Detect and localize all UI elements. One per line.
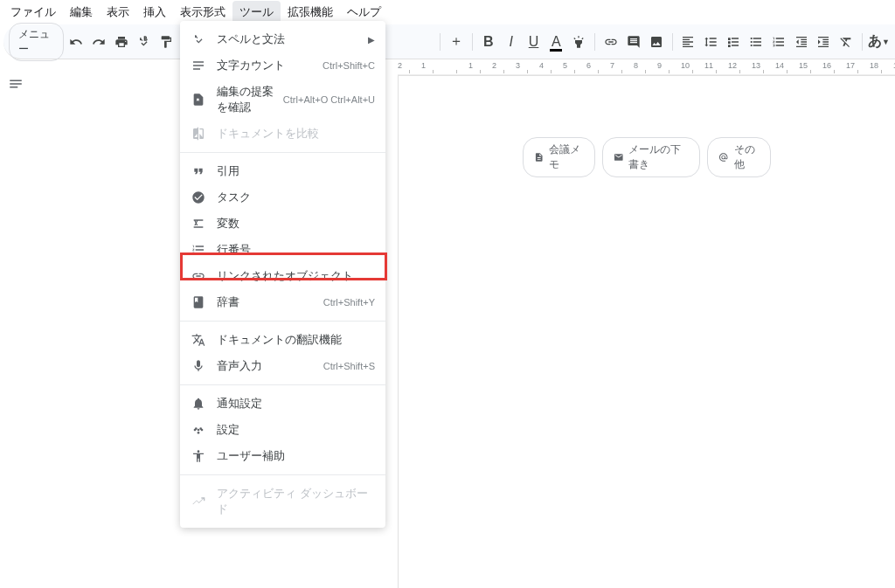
menu-view[interactable]: 表示 bbox=[100, 1, 136, 24]
tools-item-linenum[interactable]: 行番号 bbox=[180, 237, 385, 263]
menubar: ファイル 編集 表示 挿入 表示形式 ツール 拡張機能 ヘルプ bbox=[0, 0, 895, 24]
wordcount-icon bbox=[191, 58, 206, 73]
toolbar: メニュー 100% ＋ B I U A あ▼ bbox=[3, 24, 895, 59]
menu-item-label: 変数 bbox=[217, 216, 375, 232]
ruler-number: 8 bbox=[634, 61, 638, 70]
undo-button[interactable] bbox=[66, 30, 87, 54]
indent-decrease-button[interactable] bbox=[791, 30, 812, 54]
svg-point-0 bbox=[195, 427, 198, 430]
ruler-number: 18 bbox=[870, 61, 878, 70]
menu-item-label: リンクされたオブジェクト bbox=[217, 268, 375, 284]
settings-icon bbox=[191, 422, 206, 438]
bullet-list-button[interactable] bbox=[746, 30, 767, 54]
text-color-button[interactable]: A bbox=[545, 30, 566, 54]
tools-item-review[interactable]: 編集の提案を確認Ctrl+Alt+O Ctrl+Alt+U bbox=[180, 79, 385, 121]
chip-email-draft[interactable]: メールの下書き bbox=[602, 137, 701, 177]
tools-item-settings[interactable]: 設定 bbox=[180, 417, 385, 443]
outline-toggle-icon[interactable] bbox=[5, 73, 26, 94]
chip-meeting-notes[interactable]: 会議メモ bbox=[523, 137, 595, 177]
menu-item-shortcut: Ctrl+Shift+C bbox=[323, 60, 375, 71]
tools-item-translate[interactable]: ドキュメントの翻訳機能 bbox=[180, 327, 385, 353]
insert-image-button[interactable] bbox=[646, 30, 667, 54]
spellcheck-button[interactable] bbox=[133, 30, 154, 54]
indent-increase-button[interactable] bbox=[813, 30, 834, 54]
input-tools-button[interactable]: あ▼ bbox=[868, 30, 890, 54]
numbered-list-button[interactable] bbox=[768, 30, 789, 54]
checklist-button[interactable] bbox=[723, 30, 744, 54]
menu-item-label: 行番号 bbox=[217, 242, 375, 258]
ruler-number: 5 bbox=[563, 61, 567, 70]
tools-item-wordcount[interactable]: 文字カウントCtrl+Shift+C bbox=[180, 52, 385, 79]
tools-dropdown: スペルと文法▶文字カウントCtrl+Shift+C編集の提案を確認Ctrl+Al… bbox=[180, 21, 385, 528]
menus-toggle[interactable]: メニュー bbox=[9, 23, 64, 61]
menu-edit[interactable]: 編集 bbox=[63, 1, 100, 24]
menu-item-label: 辞書 bbox=[217, 294, 323, 310]
ruler-number: 14 bbox=[775, 61, 784, 70]
mail-icon bbox=[614, 151, 624, 163]
chip-more[interactable]: その他 bbox=[707, 137, 771, 177]
separator bbox=[440, 33, 441, 51]
underline-button[interactable]: U bbox=[524, 30, 545, 54]
mic-icon bbox=[191, 358, 206, 374]
redo-button[interactable] bbox=[88, 30, 109, 54]
insert-comment-button[interactable] bbox=[623, 30, 644, 54]
tools-item-quote[interactable]: 引用 bbox=[180, 158, 385, 184]
menu-file[interactable]: ファイル bbox=[3, 1, 63, 24]
tools-item-a11y[interactable]: ユーザー補助 bbox=[180, 443, 385, 469]
tools-item-link[interactable]: リンクされたオブジェクト bbox=[180, 263, 385, 289]
bold-button[interactable]: B bbox=[478, 30, 499, 54]
chip-label: 会議メモ bbox=[549, 142, 583, 172]
doc-icon bbox=[534, 151, 544, 163]
align-button[interactable] bbox=[677, 30, 698, 54]
document-page[interactable]: 会議メモ メールの下書き その他 bbox=[398, 75, 895, 588]
compare-icon bbox=[191, 126, 206, 142]
line-spacing-button[interactable] bbox=[700, 30, 721, 54]
ruler-number: 10 bbox=[681, 61, 690, 70]
tools-item-dict[interactable]: 辞書Ctrl+Shift+Y bbox=[180, 289, 385, 315]
menu-separator bbox=[180, 321, 385, 322]
menu-item-label: 編集の提案を確認 bbox=[217, 84, 283, 115]
clear-format-button[interactable] bbox=[836, 30, 857, 54]
menu-separator bbox=[180, 384, 385, 385]
highlight-button[interactable] bbox=[568, 30, 589, 54]
a11y-icon bbox=[191, 448, 206, 464]
menu-insert[interactable]: 挿入 bbox=[136, 1, 173, 24]
menu-item-shortcut: Ctrl+Alt+O Ctrl+Alt+U bbox=[283, 94, 375, 105]
menu-item-label: 引用 bbox=[217, 163, 375, 179]
spellcheck-icon bbox=[191, 31, 206, 47]
menu-item-label: スペルと文法 bbox=[217, 31, 368, 47]
ruler-number: 13 bbox=[752, 61, 760, 70]
submenu-arrow-icon: ▶ bbox=[368, 35, 375, 45]
tools-item-task[interactable]: タスク bbox=[180, 184, 385, 211]
menu-item-label: アクティビティ ダッシュボード bbox=[217, 486, 375, 517]
tools-item-compare: ドキュメントを比較 bbox=[180, 121, 385, 147]
ruler-number: 2 bbox=[398, 61, 402, 70]
svg-point-2 bbox=[198, 432, 200, 434]
separator bbox=[472, 33, 473, 51]
translate-icon bbox=[191, 332, 206, 348]
menu-item-shortcut: Ctrl+Shift+S bbox=[323, 361, 375, 371]
italic-button[interactable]: I bbox=[501, 30, 522, 54]
tools-item-var[interactable]: 変数 bbox=[180, 211, 385, 237]
var-icon bbox=[191, 216, 206, 232]
separator bbox=[594, 33, 595, 51]
chip-label: メールの下書き bbox=[628, 142, 689, 172]
tools-item-spellcheck[interactable]: スペルと文法▶ bbox=[180, 26, 385, 52]
tools-item-mic[interactable]: 音声入力Ctrl+Shift+S bbox=[180, 353, 385, 379]
ruler-number: 9 bbox=[657, 61, 662, 70]
paint-format-button[interactable] bbox=[156, 30, 177, 54]
ruler-number: 1 bbox=[468, 61, 473, 70]
activity-icon bbox=[191, 494, 206, 509]
ruler-number: 7 bbox=[610, 61, 614, 70]
menu-item-label: ドキュメントを比較 bbox=[217, 126, 375, 142]
print-button[interactable] bbox=[111, 30, 132, 54]
menu-item-label: ユーザー補助 bbox=[217, 448, 375, 464]
menu-separator bbox=[180, 474, 385, 475]
tools-item-bell[interactable]: 通知設定 bbox=[180, 391, 385, 417]
add-button[interactable]: ＋ bbox=[446, 30, 467, 54]
dict-icon bbox=[191, 294, 206, 310]
svg-point-1 bbox=[199, 427, 202, 430]
insert-link-button[interactable] bbox=[600, 30, 621, 54]
ruler: 2112345678910111213141516171819 bbox=[398, 59, 895, 75]
ruler-number: 3 bbox=[516, 61, 520, 70]
